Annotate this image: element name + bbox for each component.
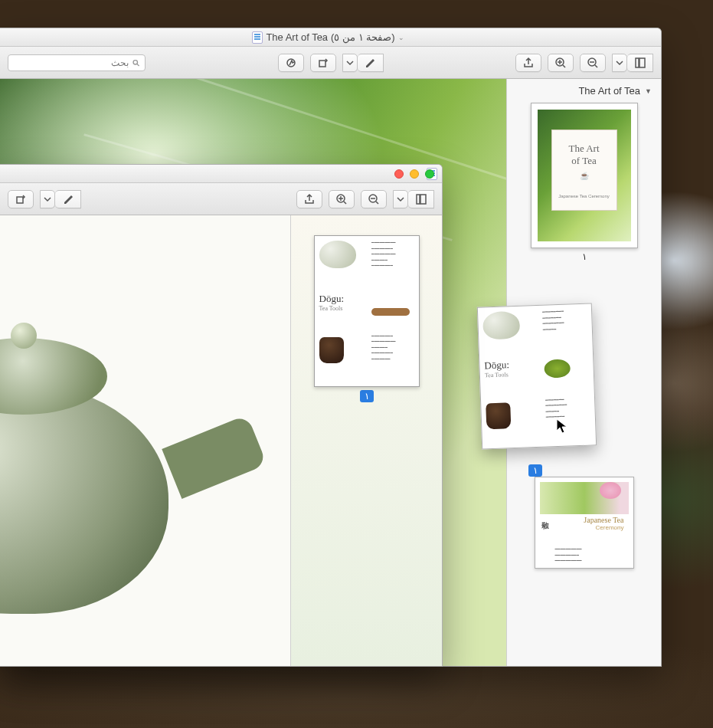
thumbnail-page-1[interactable]: The Art of Tea ☕ Japanese Tea Ceremony bbox=[531, 103, 638, 248]
close-traffic-button[interactable] bbox=[394, 169, 404, 179]
title-page-info: (صفحة ١ من ٥) bbox=[331, 28, 395, 47]
cursor-icon bbox=[556, 418, 570, 438]
jar-illustration bbox=[319, 337, 344, 363]
view-mode-dropdown[interactable] bbox=[393, 190, 408, 208]
search-input[interactable] bbox=[13, 57, 129, 68]
rotate-button[interactable] bbox=[310, 54, 336, 72]
dogu-heading: Dōgu: Tea Tools bbox=[484, 358, 542, 379]
zoom-out-button[interactable] bbox=[361, 190, 387, 208]
svg-rect-11 bbox=[17, 197, 23, 203]
minimize-traffic-button[interactable] bbox=[410, 169, 419, 179]
highlight-button[interactable] bbox=[55, 190, 81, 208]
spoon-illustration bbox=[371, 308, 410, 316]
toolbar-main bbox=[0, 47, 661, 79]
title-doc-name: The Art of Tea bbox=[266, 28, 328, 47]
view-mode-group bbox=[612, 54, 653, 72]
view-mode-button[interactable] bbox=[408, 190, 434, 208]
view-mode-dropdown[interactable] bbox=[612, 54, 627, 72]
view-mode-group bbox=[393, 190, 434, 208]
zoom-traffic-button[interactable] bbox=[425, 169, 434, 179]
markup-button[interactable] bbox=[278, 54, 304, 72]
document-icon bbox=[252, 31, 263, 44]
zoom-out-button[interactable] bbox=[580, 54, 606, 72]
thumbnails-sidebar-front[interactable]: ▬▬▬▬▬▬▬▬▬▬▬▬▬▬▬▬▬▬▬▬▬▬▬▬▬▬▬▬▬▬▬▬▬▬▬▬▬▬▬▬… bbox=[290, 215, 442, 666]
highlight-button[interactable] bbox=[358, 54, 384, 72]
traffic-lights bbox=[394, 169, 434, 179]
annotate-group bbox=[40, 190, 81, 208]
share-button[interactable] bbox=[515, 54, 541, 72]
preview-window-front: ▬▬▬▬▬▬▬▬▬▬▬▬▬▬▬▬▬▬▬▬▬▬▬▬▬▬▬▬▬▬▬▬▬▬▬▬▬▬▬▬… bbox=[0, 164, 443, 667]
window-title: ⌄ (صفحة ١ من ٥) The Art of Tea bbox=[252, 28, 408, 47]
document-canvas-front[interactable] bbox=[0, 215, 290, 666]
svg-rect-7 bbox=[417, 195, 420, 204]
thumbnail-dragging[interactable]: ▬▬▬▬▬▬▬▬▬▬▬▬▬▬▬▬▬▬▬▬▬▬▬▬▬▬▬▬ Dōgu: Tea T… bbox=[477, 303, 597, 449]
svg-rect-4 bbox=[319, 61, 325, 67]
teapot-illustration bbox=[482, 311, 520, 340]
sidebar-doc-title[interactable]: The Art of Tea ▼ bbox=[507, 84, 661, 103]
toolbar-front bbox=[0, 183, 442, 215]
zoom-in-button[interactable] bbox=[548, 54, 574, 72]
page-label-1-front: ١ bbox=[360, 390, 374, 402]
dogu-heading: Dōgu: Tea Tools bbox=[319, 293, 368, 312]
cover-title-card: The Art of Tea ☕ Japanese Tea Ceremony bbox=[551, 130, 617, 211]
svg-point-6 bbox=[133, 60, 137, 64]
highlight-dropdown[interactable] bbox=[342, 54, 358, 72]
jar-illustration bbox=[486, 402, 511, 429]
svg-rect-8 bbox=[420, 195, 426, 204]
disclosure-triangle-icon[interactable]: ▼ bbox=[645, 87, 652, 95]
titlebar-front[interactable] bbox=[0, 165, 442, 183]
teapot-illustration bbox=[319, 241, 356, 268]
highlight-dropdown[interactable] bbox=[40, 190, 55, 208]
thumbnail-page-1-front[interactable]: ▬▬▬▬▬▬▬▬▬▬▬▬▬▬▬▬▬▬▬▬▬▬▬▬▬▬▬▬▬▬▬▬▬▬▬▬▬▬▬▬… bbox=[314, 235, 420, 387]
title-dropdown-icon[interactable]: ⌄ bbox=[398, 28, 404, 47]
annotate-group bbox=[342, 54, 384, 72]
search-field[interactable] bbox=[8, 54, 146, 71]
rotate-button[interactable] bbox=[8, 190, 34, 208]
drag-page-label: ١ bbox=[528, 464, 542, 477]
svg-rect-1 bbox=[639, 58, 645, 67]
thumbnail-page-3[interactable]: Japanese Tea Ceremony 和敬 ▬▬▬▬▬▬▬▬▬▬▬▬▬▬▬… bbox=[535, 477, 634, 569]
large-teapot-illustration bbox=[0, 246, 230, 660]
zoom-in-button[interactable] bbox=[329, 190, 355, 208]
matcha-illustration bbox=[544, 359, 571, 379]
share-button[interactable] bbox=[296, 190, 322, 208]
search-icon bbox=[132, 58, 140, 67]
view-mode-button[interactable] bbox=[627, 54, 653, 72]
page-label-1: ١ bbox=[507, 251, 661, 262]
svg-rect-0 bbox=[636, 58, 639, 67]
titlebar-main[interactable]: ⌄ (صفحة ١ من ٥) The Art of Tea bbox=[0, 28, 661, 47]
